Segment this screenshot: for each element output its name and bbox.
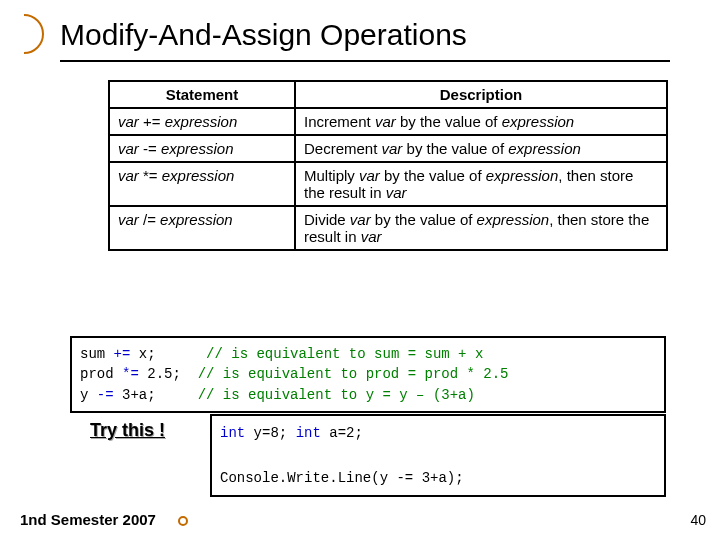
try-this-label: Try this ! (90, 420, 165, 441)
slide: Modify-And-Assign Operations Statement D… (0, 0, 720, 540)
operations-table: Statement Description var += expression … (108, 80, 668, 251)
statement-cell: var /= expression (109, 206, 295, 250)
title-underline (60, 60, 670, 62)
header-statement: Statement (109, 81, 295, 108)
statement-cell: var -= expression (109, 135, 295, 162)
slide-number: 40 (690, 512, 706, 528)
try-code-box: int y=8; int a=2; Console.Write.Line(y -… (210, 414, 666, 497)
statement-cell: var *= expression (109, 162, 295, 206)
table-row: var += expression Increment var by the v… (109, 108, 667, 135)
header-description: Description (295, 81, 667, 108)
table-row: var /= expression Divide var by the valu… (109, 206, 667, 250)
description-cell: Decrement var by the value of expression (295, 135, 667, 162)
description-cell: Multiply var by the value of expression,… (295, 162, 667, 206)
table-row: var *= expression Multiply var by the va… (109, 162, 667, 206)
description-cell: Increment var by the value of expression (295, 108, 667, 135)
footer-semester: 1nd Semester 2007 (20, 511, 156, 528)
table-row: var -= expression Decrement var by the v… (109, 135, 667, 162)
example-code-box: sum += x; // is equivalent to sum = sum … (70, 336, 666, 413)
decorative-arc (4, 14, 44, 54)
statement-cell: var += expression (109, 108, 295, 135)
table-header-row: Statement Description (109, 81, 667, 108)
description-cell: Divide var by the value of expression, t… (295, 206, 667, 250)
footer-bullet-icon (178, 516, 188, 526)
slide-title: Modify-And-Assign Operations (60, 18, 467, 52)
